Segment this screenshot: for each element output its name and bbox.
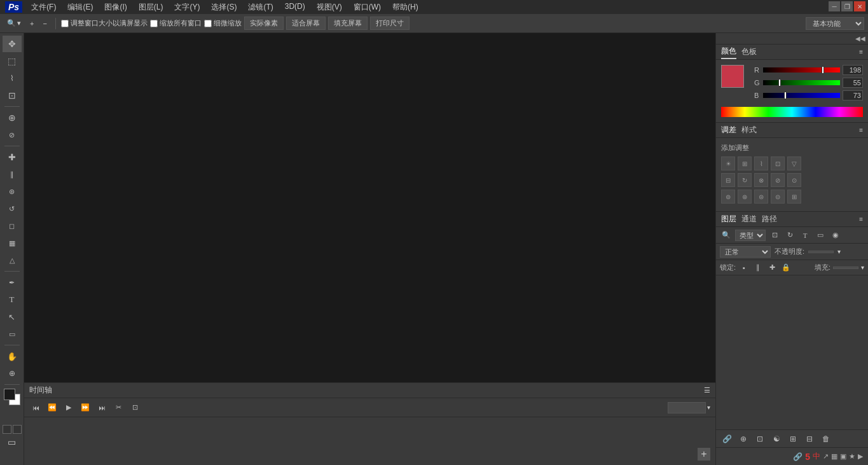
lock-all-btn[interactable]: 🔒 [780, 262, 792, 274]
zoom-button[interactable]: ⊕ [3, 365, 22, 382]
channel-r-slider[interactable] [763, 67, 840, 73]
channel-b-slider[interactable] [763, 93, 840, 98]
quick-select-button[interactable]: ⊡ [3, 87, 22, 104]
frame-selector-display[interactable] [668, 402, 706, 413]
channel-r-value[interactable]: 198 [843, 65, 863, 75]
timeline-prev-frame-button[interactable]: ⏪ [46, 401, 59, 414]
menu-layer[interactable]: 图层(L) [134, 1, 169, 14]
exposure-adj-button[interactable]: ⊡ [771, 156, 785, 170]
fill-dropdown-icon[interactable]: ▾ [861, 264, 864, 271]
menu-select[interactable]: 选择(S) [206, 1, 242, 14]
adjustments-tab[interactable]: 调差 [721, 125, 736, 135]
standard-mode-button[interactable] [3, 425, 11, 434]
curves-adj-button[interactable]: ⌇ [754, 156, 768, 170]
styles-tab[interactable]: 样式 [741, 125, 757, 135]
move-tool-button[interactable]: ✥ [3, 36, 22, 52]
layer-type-filter[interactable]: 类型 [735, 230, 766, 241]
lock-transparent-btn[interactable]: ▪ [738, 262, 750, 274]
menu-view[interactable]: 视图(V) [312, 1, 347, 14]
photofilter-adj-button[interactable]: ⊘ [771, 173, 785, 187]
threshold-adj-button[interactable]: ⊜ [754, 190, 768, 204]
blend-mode-select[interactable]: 正常 [720, 246, 771, 258]
fill-screen-button[interactable]: 填充屏幕 [328, 17, 368, 30]
color-tab[interactable]: 颜色 [721, 45, 736, 59]
scrubby-zoom-input[interactable] [204, 20, 212, 27]
timeline-add-frame-button[interactable]: + [698, 448, 710, 461]
frame-selector-container[interactable]: ▾ [668, 402, 710, 413]
channels-tab[interactable]: 通道 [741, 214, 757, 225]
zoom-in-button[interactable]: + [27, 18, 37, 29]
menu-help[interactable]: 帮助(H) [387, 1, 424, 14]
zoom-out-button[interactable]: − [39, 18, 50, 29]
maximize-button[interactable]: ❐ [841, 1, 853, 11]
gradientmap-adj-button[interactable]: ⊞ [787, 190, 801, 204]
paths-tab[interactable]: 路径 [762, 214, 777, 225]
menu-text[interactable]: 文字(Y) [169, 1, 205, 14]
layer-filter-toggle[interactable]: ◉ [829, 229, 842, 242]
zoom-all-windows-checkbox[interactable]: 缩放所有窗口 [150, 18, 202, 28]
hsl-adj-button[interactable]: ⊟ [721, 173, 735, 187]
channel-r-thumb[interactable] [822, 66, 824, 74]
path-select-button[interactable]: ↖ [3, 309, 22, 325]
channel-b-thumb[interactable] [784, 92, 787, 99]
swatches-tab[interactable]: 色板 [741, 45, 757, 59]
posterize-adj-button[interactable]: ⊛ [738, 190, 752, 204]
channel-b-value[interactable]: 73 [843, 90, 863, 101]
print-size-button[interactable]: 打印尺寸 [370, 17, 410, 30]
menu-3d[interactable]: 3D(D) [280, 1, 310, 14]
bw-adj-button[interactable]: ⊗ [754, 173, 768, 187]
lock-pixels-btn[interactable]: ∥ [752, 262, 764, 274]
foreground-color-swatch[interactable] [4, 389, 15, 400]
layers-expand-icon[interactable]: ≡ [859, 216, 863, 223]
colorbalance-adj-button[interactable]: ↻ [738, 173, 752, 187]
minimize-button[interactable]: ─ [829, 1, 840, 11]
link-icon[interactable]: 🔗 [793, 452, 803, 461]
layer-link-button[interactable]: 🔗 [720, 432, 734, 446]
opacity-dropdown-icon[interactable]: ▾ [837, 248, 841, 255]
rect-select-button[interactable]: ⬚ [3, 53, 22, 69]
zoom-all-windows-input[interactable] [150, 20, 158, 27]
layer-filter-adj-btn[interactable]: ↻ [783, 229, 796, 242]
layer-style-button[interactable]: ⊕ [736, 432, 750, 446]
blur-button[interactable]: △ [3, 252, 22, 268]
eyedropper-button[interactable]: ⊘ [3, 127, 22, 143]
quick-mask-button[interactable] [13, 425, 22, 434]
layer-filter-shape-btn[interactable]: ▭ [814, 229, 827, 242]
color-spectrum-bar[interactable] [721, 107, 863, 117]
clone-button[interactable]: ⊛ [3, 183, 22, 200]
eraser-button[interactable]: ◻ [3, 218, 22, 234]
shape-button[interactable]: ▭ [3, 326, 22, 342]
invert-adj-button[interactable]: ⊚ [721, 190, 735, 204]
layers-tab[interactable]: 图层 [721, 214, 736, 225]
timeline-last-frame-button[interactable]: ⏭ [95, 401, 108, 414]
zoom-tool-options[interactable]: 🔍 ▾ [4, 18, 24, 29]
crop-button[interactable]: ⊕ [3, 109, 22, 126]
screen-mode-button[interactable]: ▭ [8, 437, 16, 447]
lasso-button[interactable]: ⌇ [3, 70, 22, 87]
layer-delete-button[interactable]: 🗑 [819, 432, 833, 446]
layer-group-button[interactable]: ⊞ [786, 432, 800, 446]
history-brush-button[interactable]: ↺ [3, 200, 22, 217]
scrubby-zoom-checkbox[interactable]: 细微缩放 [204, 18, 242, 28]
layer-new-button[interactable]: ⊟ [803, 432, 816, 446]
workspace-preset-select[interactable]: 基本功能 [806, 17, 864, 30]
timeline-transition-button[interactable]: ⊡ [128, 401, 141, 414]
actual-pixels-button[interactable]: 实际像素 [244, 17, 284, 30]
layer-mask-button[interactable]: ⊡ [753, 432, 767, 446]
fill-value-field[interactable] [833, 267, 858, 269]
brush-button[interactable]: ∥ [3, 166, 22, 183]
menu-edit[interactable]: 编辑(E) [62, 1, 98, 14]
resize-window-input[interactable] [61, 20, 69, 27]
gradient-button[interactable]: ▦ [3, 235, 22, 251]
timeline-next-frame-button[interactable]: ⏩ [79, 401, 92, 414]
menu-filter[interactable]: 滤镜(T) [243, 1, 278, 14]
layer-filter-text-btn[interactable]: T [799, 229, 811, 242]
menu-window[interactable]: 窗口(W) [348, 1, 386, 14]
pen-button[interactable]: ✒ [3, 274, 22, 291]
healing-button[interactable]: ✚ [3, 149, 22, 165]
menu-image[interactable]: 图像(I) [99, 1, 132, 14]
hand-button[interactable]: ✋ [3, 348, 22, 364]
color-swatch-area[interactable] [4, 389, 20, 405]
brightness-adj-button[interactable]: ☀ [721, 156, 735, 170]
text-button[interactable]: T [3, 291, 22, 308]
